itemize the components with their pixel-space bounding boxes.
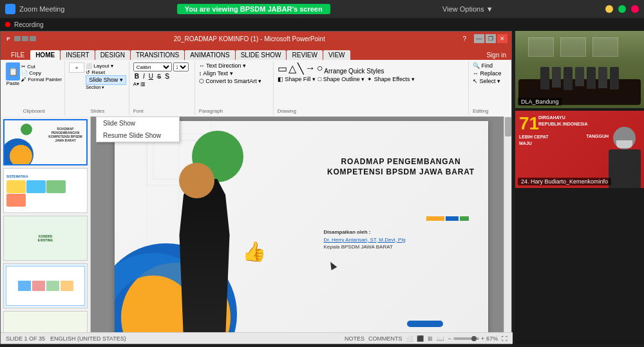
- shape-effects-btn[interactable]: ✦ Shape Effects ▾: [367, 76, 415, 82]
- format-painter-btn[interactable]: 🖌 Format Painter: [21, 77, 62, 82]
- person-thumbsup: 👍: [242, 240, 266, 263]
- bold-btn[interactable]: B: [133, 73, 140, 80]
- ppt-help-btn[interactable]: ?: [462, 35, 466, 42]
- zoom-maximize-btn[interactable]: [618, 5, 626, 13]
- ppt-tab-bar: FILE HOME INSERT DESIGN TRANSITIONS ANIM…: [1, 46, 511, 60]
- badge-left: LEBIH CEPAT MAJU: [519, 134, 549, 147]
- meeting-people: [522, 67, 638, 90]
- quick-styles-btn[interactable]: Quick Styles: [348, 68, 384, 75]
- language-indicator: ENGLISH (UNITED STATES): [50, 335, 126, 342]
- badge-left-2: MAJU: [519, 140, 549, 147]
- notes-btn[interactable]: NOTES: [345, 335, 365, 342]
- slide-presenter-name: Dr. Herry Antarisari, ST, M.Devt, Plg: [324, 237, 478, 243]
- ppt-titlebar: P 20_ROADMAP KOMINFO (1) - Microsoft Pow…: [1, 32, 511, 46]
- view-outline-btn[interactable]: ⬛: [417, 335, 424, 342]
- ppt-restore-btn[interactable]: ❐: [486, 34, 496, 43]
- zoom-logo-area: Zoom Meeting: [5, 4, 64, 14]
- zoom-minimize-btn[interactable]: [605, 5, 613, 13]
- paste-btn[interactable]: 📋 Paste: [6, 62, 20, 86]
- zoom-in-btn[interactable]: +: [481, 335, 484, 342]
- underline-btn[interactable]: U: [147, 73, 155, 80]
- slideshow-item-2[interactable]: Resume Slide Show: [97, 129, 179, 142]
- zoom-screen-banner: You are viewing BPSDM JABAR's screen: [177, 4, 330, 14]
- slide-thumb-3[interactable]: 3 KONDISIEXISTING: [3, 216, 88, 261]
- text-direction-btn[interactable]: ↔ Text Direction ▾: [199, 62, 246, 69]
- zoom-close-btn[interactable]: [631, 5, 639, 13]
- copy-btn[interactable]: 📄 Copy: [21, 70, 62, 76]
- select-btn[interactable]: ↖ Select ▾: [473, 78, 502, 84]
- shape-rect-btn[interactable]: ▭: [278, 62, 287, 75]
- tab-view[interactable]: VIEW: [323, 50, 350, 60]
- s1-yellow-circle: [10, 145, 32, 164]
- comments-btn[interactable]: COMMENTS: [368, 335, 402, 342]
- vertical-scrollbar[interactable]: [504, 117, 511, 332]
- font-size-select[interactable]: 24: [173, 62, 189, 71]
- person-body: [163, 179, 247, 340]
- s1-green-circle: [21, 124, 32, 135]
- ppt-signin-btn[interactable]: Sign in: [481, 50, 511, 60]
- shape-arrow-btn[interactable]: →: [305, 62, 316, 75]
- shape-triangle-btn[interactable]: △: [289, 62, 296, 75]
- ppt-close-btn[interactable]: ✕: [497, 34, 507, 43]
- shadow-btn[interactable]: S: [164, 73, 171, 80]
- slideshow-item-1[interactable]: Slide Show: [97, 117, 179, 129]
- arrange-btn[interactable]: Arrange: [324, 68, 347, 75]
- ppt-minimize-btn[interactable]: —: [474, 34, 484, 43]
- font-color-btn[interactable]: A▾: [133, 81, 139, 87]
- zoom-out-btn[interactable]: −: [448, 335, 451, 342]
- tab-transitions[interactable]: TRANSITIONS: [131, 50, 184, 60]
- new-slide-btn[interactable]: +: [69, 62, 84, 73]
- view-reading-btn[interactable]: 📖: [437, 335, 444, 342]
- cut-btn[interactable]: ✂ Cut: [21, 64, 62, 70]
- slide-presented-by: Disampaikan oleh :: [324, 229, 478, 235]
- convert-smartart-btn[interactable]: ⬡ Convert to SmartArt ▾: [199, 78, 262, 84]
- tab-review[interactable]: REVIEW: [287, 50, 322, 60]
- shape-outline-btn[interactable]: □ Shape Outline ▾: [318, 76, 365, 82]
- shape-fill-btn[interactable]: ◧ Shape Fill ▾: [278, 76, 316, 82]
- zoom-percentage: 67%: [486, 335, 498, 342]
- participant-2-name: 24. Hary Budiarto_Kemenkominfo: [518, 178, 611, 185]
- font-name-select[interactable]: Calibri: [133, 62, 172, 71]
- recording-text: Recording: [14, 21, 44, 28]
- align-text-btn[interactable]: ↕ Align Text ▾: [199, 70, 233, 77]
- statusbar-right: NOTES COMMENTS ⬜ ⬛ ⊞ 📖 − + 67% ⛶: [345, 335, 507, 342]
- slide-show-dropdown-btn[interactable]: Slide Show ▾: [86, 75, 126, 85]
- participant-1-name: DLA_Bandung: [518, 98, 562, 106]
- section-btn[interactable]: Section ▾: [86, 85, 126, 90]
- slide-presenter-role: Kepala BPSDM JAWA BARAT: [324, 244, 478, 250]
- tab-design[interactable]: DESIGN: [95, 50, 130, 60]
- tab-file[interactable]: FILE: [6, 50, 30, 60]
- slide-person-area: 👍: [150, 160, 266, 340]
- view-slide-sorter-btn[interactable]: ⊞: [428, 335, 433, 342]
- tab-slideshow[interactable]: SLIDE SHOW: [236, 50, 287, 60]
- slide-thumb-2[interactable]: 2 SISTEMATIKA: [3, 168, 88, 213]
- shape-line-btn[interactable]: ╲: [298, 62, 304, 75]
- zoom-view-options-btn[interactable]: View Options ▼: [442, 5, 493, 13]
- ppt-title: 20_ROADMAP KOMINFO (1) - Microsoft Power…: [36, 35, 462, 42]
- tab-animations[interactable]: ANIMATIONS: [185, 50, 234, 60]
- zoom-title-text: Zoom Meeting: [19, 5, 64, 13]
- zoom-view-options-label: View Options: [442, 5, 484, 13]
- find-btn[interactable]: 🔍 Find: [473, 62, 502, 69]
- vertical-scrollbar-thumb[interactable]: [505, 117, 511, 136]
- slides-panel[interactable]: 1 ROADMAP PENGEMBANGAN KOMPETENSI BPSDM …: [1, 117, 91, 344]
- ppt-ribbon-controls: 📋 Paste ✂ Cut 📄 Copy 🖌 Format Painter Cl…: [1, 60, 511, 117]
- shape-circle-btn[interactable]: ○: [317, 62, 323, 75]
- slide-cta-button[interactable]: [407, 321, 443, 327]
- strikethrough-btn[interactable]: S̶: [156, 73, 162, 80]
- slide-thumb-1[interactable]: 1 ROADMAP PENGEMBANGAN KOMPETENSI BPSDM …: [3, 119, 88, 165]
- paragraph-label: Paragraph: [199, 108, 223, 114]
- tab-home[interactable]: HOME: [30, 50, 60, 60]
- highlight-btn[interactable]: ▥: [140, 81, 146, 87]
- fit-slide-btn[interactable]: ⛶: [502, 335, 507, 342]
- reset-btn[interactable]: ↺ Reset: [86, 70, 126, 76]
- slide-canvas: 👍 ROADMAP PENGEMBANGAN KOMPETENSI BPSDM …: [91, 117, 511, 344]
- zoom-slider[interactable]: [453, 337, 479, 340]
- tab-insert[interactable]: INSERT: [61, 50, 95, 60]
- slide-thumb-4[interactable]: 4: [3, 263, 88, 308]
- red-slogan: DIRGAHAYU REPUBLIK INDONESIA: [538, 115, 588, 127]
- layout-btn[interactable]: ⬜ Layout ▾: [86, 63, 126, 70]
- view-normal-btn[interactable]: ⬜: [406, 335, 413, 342]
- replace-btn[interactable]: ↔ Replace: [473, 70, 502, 77]
- italic-btn[interactable]: I: [142, 73, 146, 80]
